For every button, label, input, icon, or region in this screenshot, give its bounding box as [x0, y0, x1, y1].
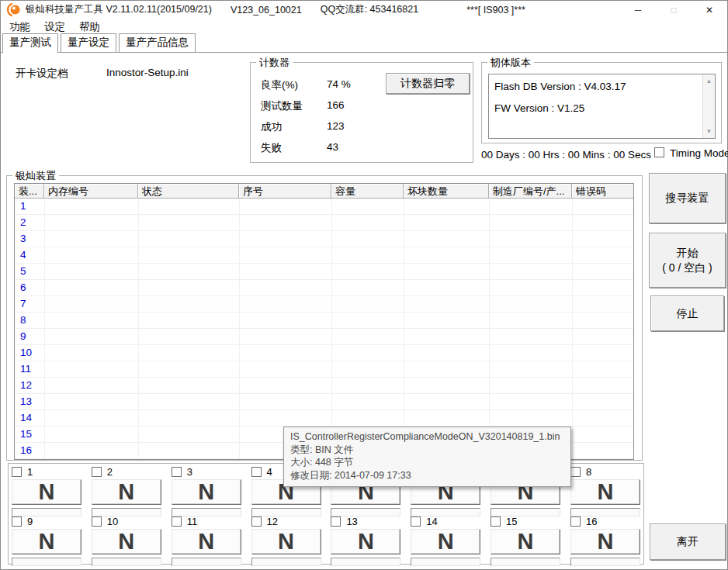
port-checkbox[interactable] [92, 516, 102, 527]
stop-button[interactable]: 停止 [650, 295, 724, 331]
port-status-letter: N [518, 530, 534, 553]
window-controls: ─ □ ✕ [620, 1, 727, 19]
title-build-version: V123_06_10021 [231, 5, 302, 16]
port-unit: 13 N [331, 516, 400, 566]
exit-button[interactable]: 离开 [650, 523, 726, 560]
port-number: 13 [346, 516, 357, 527]
port-status-panel: N [411, 529, 480, 554]
port-head: 3 [172, 466, 241, 477]
port-progress-bar [92, 558, 161, 566]
port-unit: 11 N [172, 516, 241, 566]
port-number: 8 [586, 466, 591, 478]
port-checkbox[interactable] [172, 516, 182, 527]
table-row[interactable]: 8 [15, 313, 633, 329]
maximize-icon: □ [656, 1, 692, 19]
counter-groupbox: 计数器 良率(%) 74 % 测试数量 166 成功 123 失败 43 计数器… [250, 62, 473, 163]
table-row[interactable]: 4 [15, 247, 633, 264]
file-tooltip: IS_ControllerRegisterComplianceModeON_V3… [283, 427, 571, 487]
table-row[interactable]: 2 [15, 215, 633, 231]
port-checkbox[interactable] [92, 467, 102, 477]
device-row-number: 13 [15, 394, 32, 409]
title-controller-tag: ***[ IS903 ]*** [466, 5, 525, 16]
port-status-letter: N [597, 530, 613, 553]
port-status-panel: N [570, 529, 640, 554]
table-column-header[interactable]: 状态 [138, 184, 239, 199]
minimize-icon[interactable]: ─ [620, 1, 656, 19]
table-column-header[interactable]: 容量 [331, 184, 404, 199]
port-checkbox[interactable] [172, 467, 182, 477]
port-checkbox[interactable] [491, 516, 501, 527]
port-number: 14 [426, 516, 437, 527]
port-unit: 16 N [570, 516, 640, 566]
elapsed-time-text: 00 Days : 00 Hrs : 00 Mins : 00 Secs [481, 149, 651, 161]
port-number: 16 [586, 516, 597, 527]
firmware-scrollbar[interactable]: ▲ ▼ [702, 74, 715, 138]
port-checkbox[interactable] [12, 467, 22, 477]
tab-product-info[interactable]: 量产产品信息 [119, 33, 196, 52]
port-status-panel: N [172, 479, 241, 505]
port-progress-bar [491, 558, 560, 566]
table-row[interactable]: 10 [15, 345, 633, 361]
table-column-header[interactable]: 内存编号 [44, 184, 138, 199]
scroll-up-icon[interactable]: ▲ [706, 74, 712, 88]
port-checkbox[interactable] [570, 467, 581, 477]
close-icon[interactable]: ✕ [692, 1, 727, 19]
device-table-header: 装...内存编号状态序号容量坏块数量制造厂编号/产...错误码 [15, 184, 633, 199]
table-column-header[interactable]: 序号 [239, 184, 331, 199]
table-row[interactable]: 5 [15, 264, 633, 280]
scroll-down-icon[interactable]: ▼ [706, 125, 712, 138]
device-row-number: 15 [15, 427, 32, 442]
port-status-letter: N [278, 530, 294, 553]
tooltip-filename: IS_ControllerRegisterComplianceModeON_V3… [290, 430, 564, 444]
tab-mass-production-settings[interactable]: 量产设定 [61, 33, 116, 52]
timing-mode-checkbox[interactable] [654, 147, 664, 157]
port-checkbox[interactable] [251, 467, 262, 477]
table-column-header[interactable]: 装... [15, 184, 44, 199]
firmware-version-line[interactable]: FW Version : V1.25 [494, 100, 702, 122]
table-row[interactable]: 7 [15, 296, 633, 313]
port-number: 2 [107, 466, 113, 478]
search-devices-button[interactable]: 搜寻装置 [649, 173, 726, 223]
port-progress-bar [251, 558, 321, 566]
table-row[interactable]: 12 [15, 378, 633, 394]
titlebar: 银灿科技量产工具 V2.11.02.11(2015/09/21) V123_06… [1, 1, 727, 19]
firmware-version-line[interactable]: Flash DB Version : V4.03.17 [494, 78, 702, 100]
fail-value: 43 [327, 141, 338, 153]
counter-group-title: 计数器 [256, 57, 293, 68]
port-status-panel: N [172, 529, 241, 554]
table-row[interactable]: 6 [15, 280, 633, 296]
port-head: 10 [92, 516, 161, 527]
device-row-number: 11 [15, 361, 31, 377]
port-status-letter: N [118, 481, 134, 503]
port-checkbox[interactable] [251, 516, 262, 527]
port-checkbox[interactable] [411, 516, 421, 527]
device-row-number: 5 [15, 264, 26, 279]
port-checkbox[interactable] [12, 516, 22, 527]
port-head: 9 [12, 516, 81, 527]
port-progress-bar [172, 558, 241, 566]
table-column-header[interactable]: 制造厂编号/产... [489, 184, 572, 199]
counter-reset-button[interactable]: 计数器归零 [386, 73, 470, 94]
start-button-line2: ( 0 / 空白 ) [662, 261, 712, 275]
firmware-lines: Flash DB Version : V4.03.17FW Version : … [489, 74, 702, 138]
port-unit: 1 N [12, 466, 81, 516]
port-head: 12 [251, 516, 321, 527]
table-row[interactable]: 13 [15, 394, 633, 410]
table-row[interactable]: 14 [15, 410, 633, 427]
port-checkbox[interactable] [570, 516, 581, 527]
fail-label: 失败 [261, 141, 282, 155]
table-row[interactable]: 1 [15, 199, 633, 215]
tab-mass-production-test[interactable]: 量产测试 [2, 33, 58, 53]
table-row[interactable]: 11 [15, 361, 633, 378]
port-checkbox[interactable] [331, 516, 341, 527]
device-row-number: 12 [15, 378, 32, 393]
port-status-panel: N [491, 529, 560, 554]
table-column-header[interactable]: 错误码 [572, 184, 633, 199]
table-row[interactable]: 9 [15, 329, 633, 345]
table-column-header[interactable]: 坏块数量 [404, 184, 489, 199]
port-unit: 9 N [12, 516, 81, 566]
start-button[interactable]: 开始 ( 0 / 空白 ) [649, 233, 726, 288]
port-status-letter: N [39, 530, 55, 553]
table-row[interactable]: 3 [15, 231, 633, 247]
device-row-number: 9 [15, 329, 26, 344]
